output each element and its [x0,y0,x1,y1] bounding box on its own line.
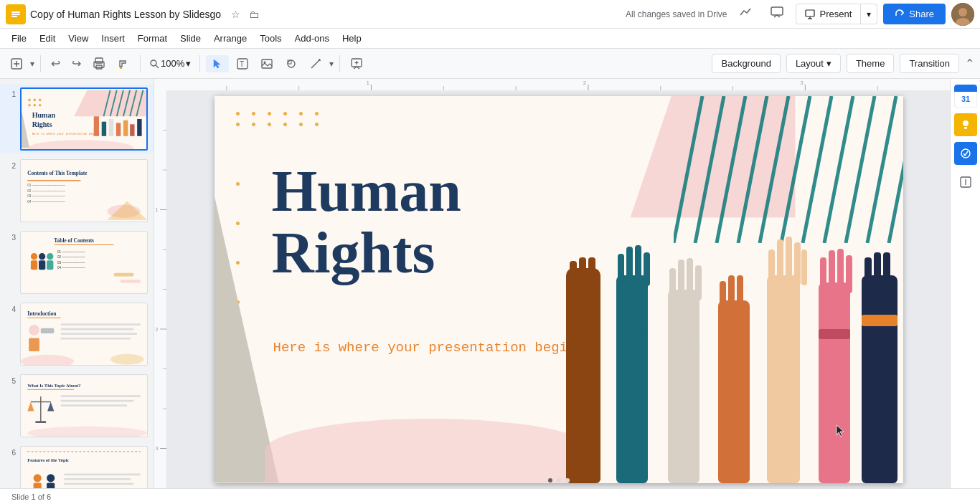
svg-rect-73 [39,260,45,270]
slide-item-1[interactable]: 1 [0,85,154,153]
slide-item-3[interactable]: 3 Table of Contents 01 ——————— 02 ——————… [0,228,154,297]
menu-slide[interactable]: Slide [174,31,207,46]
menu-arrange[interactable]: Arrange [208,31,253,46]
svg-text:3: 3 [155,445,158,452]
svg-point-74 [47,253,53,260]
background-button[interactable]: Background [712,54,780,73]
svg-point-109 [47,474,55,482]
svg-rect-49 [94,116,99,135]
menu-tools[interactable]: Tools [254,31,287,46]
svg-rect-115 [154,79,950,90]
svg-rect-22 [262,60,272,68]
svg-rect-89 [61,328,134,331]
svg-text:2: 2 [583,80,587,86]
line-tool-button[interactable] [305,54,326,73]
analytics-button[interactable] [732,2,758,26]
svg-rect-184 [819,329,850,339]
svg-rect-180 [794,242,801,285]
main-area: 1 [0,79,980,488]
svg-rect-55 [137,119,141,136]
collapse-toolbar-button[interactable]: ⌃ [965,57,974,70]
add-slide-tb-button[interactable] [6,54,27,73]
user-avatar[interactable] [951,3,974,26]
slide-thumb-1: Human Rights Here is where your presenta… [20,87,148,151]
hands-illustration [552,175,903,483]
text-tool-button[interactable]: T [232,54,253,73]
divider2 [140,55,141,72]
svg-rect-100 [61,395,141,397]
menu-help[interactable]: Help [336,31,367,46]
slide-item-2[interactable]: 2 Contents of This Template 01 —————————… [0,156,154,225]
svg-rect-50 [102,122,106,136]
toolbar: ▾ ↩ ↪ 100% ▾ T ▾ Background Layout [0,49,980,79]
svg-text:Contents of This Template: Contents of This Template [27,170,88,176]
tasks-button[interactable] [954,142,977,165]
svg-text:04 ——————————: 04 —————————— [27,200,65,204]
status-bar: Slide 1 of 6 [0,488,980,504]
slide-thumb-3: Table of Contents 01 ——————— 02 ——————— … [20,231,148,294]
svg-rect-162 [635,245,641,286]
theme-button[interactable]: Theme [847,54,894,73]
menu-addons[interactable]: Add-ons [289,31,335,46]
layout-label: Layout [796,58,824,69]
doc-title: Copy of Human Rights Lesson by Slidesgo [30,9,221,20]
svg-text:Rights: Rights [32,120,52,128]
image-tool-button[interactable] [256,54,278,73]
select-tool-button[interactable] [206,55,229,72]
svg-rect-3 [11,16,17,17]
svg-text:Human: Human [32,111,56,119]
present-button[interactable]: Present [796,4,861,24]
svg-rect-171 [718,300,750,358]
menu-file[interactable]: File [6,31,32,46]
nav-dot-2 [557,478,561,482]
svg-rect-101 [61,400,134,402]
svg-text:Introduction: Introduction [27,310,56,317]
svg-rect-158 [616,318,648,483]
add-dropdown-arrow[interactable]: ▾ [30,59,34,69]
svg-rect-188 [846,255,852,293]
menu-edit[interactable]: Edit [34,31,61,46]
comment-add-button[interactable] [346,54,367,73]
zoom-control[interactable]: 100% ▾ [146,57,194,70]
paint-format-button[interactable] [113,54,134,73]
layout-button[interactable]: Layout ▾ [786,54,841,73]
svg-rect-178 [777,239,783,285]
svg-rect-51 [109,119,113,136]
expand-panel-button[interactable] [954,171,977,194]
dots-pattern [236,112,324,126]
suggestions-button[interactable] [954,113,977,136]
undo-button[interactable]: ↩ [47,54,65,73]
slide-number-4: 4 [6,303,16,313]
svg-rect-168 [687,258,693,300]
present-dropdown[interactable]: ▾ [861,4,877,24]
svg-text:1: 1 [366,80,369,86]
svg-rect-163 [644,252,650,286]
comment-button[interactable] [764,2,790,26]
slide-item-6[interactable]: 6 Features of the Topic [0,443,154,488]
folder-button[interactable]: 🗀 [246,7,262,22]
print-button[interactable] [88,54,110,73]
shapes-tool-button[interactable] [281,54,302,73]
google-calendar-icon[interactable]: 31 [954,85,977,108]
slide-canvas[interactable]: Human Rights Here is where your presenta… [167,90,950,488]
menu-view[interactable]: View [62,31,94,46]
main-slide: Human Rights Here is where your presenta… [215,96,903,483]
svg-rect-175 [767,325,800,483]
star-button[interactable]: ☆ [228,7,243,22]
share-button[interactable]: Share [883,4,946,24]
svg-point-43 [28,104,31,107]
svg-rect-197 [954,89,977,92]
slide-item-4[interactable]: 4 Introduction [0,300,154,369]
svg-text:What Is This Topic About?: What Is This Topic About? [27,383,80,388]
gray-triangle [215,132,279,483]
right-panel: 31 [950,79,980,488]
redo-button[interactable]: ↪ [67,54,85,73]
svg-rect-91 [61,338,131,340]
transition-button[interactable]: Transition [900,54,959,73]
menu-format[interactable]: Format [132,31,173,46]
svg-rect-84 [27,318,60,318]
ruler-vertical: 1 2 3 [154,90,167,488]
menu-insert[interactable]: Insert [95,31,131,46]
svg-rect-90 [61,333,138,335]
slide-item-5[interactable]: 5 What Is This Topic About? [0,371,154,440]
